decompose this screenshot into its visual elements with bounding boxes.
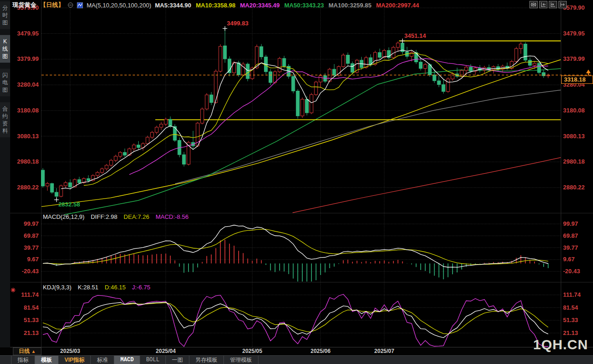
period-selector-label: 日线 [18, 348, 29, 354]
axis-label: 3280.04 [17, 81, 39, 88]
month-label: 2025/07 [370, 348, 399, 354]
sidebar-item-0[interactable]: 分时图 [0, 1, 10, 29]
axis-label: 3180.08 [17, 107, 39, 114]
time-axis-row: 日线 ▲ 2025/032025/042025/052025/062025/07 [0, 347, 593, 355]
window-toolbar-icons [529, 1, 567, 8]
axis-label: 2980.18 [563, 158, 585, 165]
candles [41, 29, 550, 200]
chart-type-sidebar: 分时图K线图闪电图合约资料 [0, 0, 10, 347]
sidebar-item-3[interactable]: 合约资料 [0, 102, 10, 137]
bottom-toolbar: 指标模板VIP指标标准MACDBOLL一图另存模板管理模板 [0, 355, 593, 364]
kdj-j-line [43, 294, 548, 346]
last-price-badge: 3318.18 [561, 76, 593, 84]
axis-label: 39.77 [563, 244, 578, 251]
ma-value-label: MA50:3343.23 [284, 2, 324, 9]
app-window: 分时图K线图闪电图合约资料 现货黄金 【日线】 MA(5,10,20,50,10… [0, 0, 593, 364]
ma-values: MA5:3344.90MA10:3358.98MA20:3345.49MA50:… [155, 2, 423, 9]
kdj-j-value: J:-6.75 [132, 284, 150, 291]
footer-tab-3[interactable]: 标准 [91, 356, 114, 364]
chart-canvas[interactable]: 3579.903579.903479.953479.953379.993379.… [0, 0, 593, 347]
footer-tab-5[interactable]: BOLL [140, 356, 166, 364]
axis-label: 21.13 [23, 329, 39, 336]
ma200-line [293, 158, 561, 213]
trendline [41, 60, 561, 207]
axis-label: 3479.95 [563, 30, 585, 37]
chart-header: 现货黄金 【日线】 MA(5,10,20,50,100,200) MA5:334… [12, 0, 423, 10]
axis-label: 99.97 [563, 220, 578, 227]
axis-label: 51.33 [563, 317, 578, 323]
axis-label: 3379.99 [17, 55, 39, 62]
ma-value-label: MA200:2997.44 [376, 2, 419, 9]
pan-tool-icon[interactable] [529, 1, 538, 8]
symbol-title: 现货黄金 [12, 1, 36, 9]
axis-label: 51.33 [23, 317, 39, 323]
period-selector-button[interactable]: 日线 ▲ [13, 347, 41, 355]
axis-label: 3080.13 [17, 133, 39, 140]
axis-label: 21.13 [563, 329, 578, 336]
month-label: 2025/03 [55, 348, 85, 354]
axis-label: 3180.08 [563, 107, 585, 114]
scale-axis-left-icon[interactable] [539, 1, 547, 8]
macd-name: MACD(26,12,9) [43, 213, 84, 220]
macd-dea-value: DEA:7.26 [123, 213, 149, 220]
axis-label: 3499.83 [227, 20, 248, 27]
expand-pane-icon[interactable] [558, 1, 567, 8]
ma-settings-label: MA(5,10,20,50,100,200) [87, 2, 151, 9]
axis-label: 2880.22 [17, 184, 39, 191]
footer-tab-6[interactable]: 一图 [166, 356, 189, 364]
ma50-line [65, 69, 561, 215]
axis-label: 69.87 [563, 232, 578, 239]
axis-label: 3451.14 [405, 32, 427, 39]
sidebar-item-1[interactable]: K线图 [0, 35, 10, 63]
axis-label: 99.97 [23, 220, 39, 227]
watermark: 1QH.CN [533, 337, 588, 352]
collapse-icon[interactable] [68, 2, 73, 8]
ma-value-label: MA5:3344.90 [155, 2, 191, 9]
ma-value-label: MA100:3259.85 [329, 2, 371, 9]
macd-indicator-label: MACD(26,12,9) DIFF:2.98 DEA:7.26 MACD:-8… [43, 213, 193, 220]
axis-label: 3479.95 [17, 30, 39, 37]
axis-label: 81.54 [23, 304, 39, 311]
axis-label: -20.43 [563, 268, 580, 275]
footer-tab-8[interactable]: 管理模板 [224, 356, 258, 364]
macd-histogram [47, 240, 548, 282]
macd-diff-line [43, 225, 548, 268]
kdj-d-value: D:46.15 [105, 284, 126, 291]
axis-label: 111.74 [563, 291, 581, 298]
month-label: 2025/04 [151, 348, 181, 354]
extreme-annotations: 3499.833451.142832.58 [54, 20, 427, 208]
axis-label: 2980.18 [17, 158, 39, 165]
indicator-star-icon[interactable] [11, 286, 16, 294]
kdj-d-line [43, 303, 548, 334]
axis-label: 9.67 [27, 256, 39, 263]
macd-hist-value: MACD:-8.56 [156, 213, 189, 220]
price-arrow-icon [586, 70, 591, 73]
period-selector-arrow-icon: ▲ [31, 349, 36, 354]
axis-label: 9.67 [563, 256, 575, 263]
indicator-chart-icon[interactable] [77, 2, 83, 8]
toolbar-spacer [0, 356, 12, 364]
axis-label: -20.43 [22, 268, 39, 275]
axis-label: 39.77 [23, 244, 39, 251]
axis-label: 81.54 [563, 304, 578, 311]
axis-label: 2880.22 [563, 184, 585, 191]
axis-label: 2832.58 [59, 201, 80, 208]
month-label: 2025/05 [237, 348, 267, 354]
month-label: 2025/06 [306, 348, 335, 354]
footer-tab-1[interactable]: 模板 [35, 356, 59, 364]
axis-label: 111.74 [21, 291, 39, 298]
footer-tab-4[interactable]: MACD [114, 356, 140, 364]
scale-axis-right-icon[interactable] [549, 1, 557, 8]
footer-tab-2[interactable]: VIP指标 [59, 356, 91, 364]
macd-diff-value: DIFF:2.98 [91, 213, 117, 220]
footer-tab-0[interactable]: 指标 [12, 356, 35, 364]
month-gridlines [70, 8, 384, 347]
sidebar-item-2[interactable]: 闪电图 [0, 69, 10, 96]
footer-tab-7[interactable]: 另存模板 [189, 356, 224, 364]
axis-label: 3379.99 [563, 55, 585, 62]
period-tag: 【日线】 [40, 1, 64, 9]
kdj-indicator-label: KDJ(9,3,3) K:28.51 D:46.15 J:-6.75 [43, 284, 155, 291]
axis-label: 69.87 [23, 232, 39, 239]
kdj-name: KDJ(9,3,3) [43, 284, 71, 291]
axis-label: 3080.13 [563, 133, 585, 140]
